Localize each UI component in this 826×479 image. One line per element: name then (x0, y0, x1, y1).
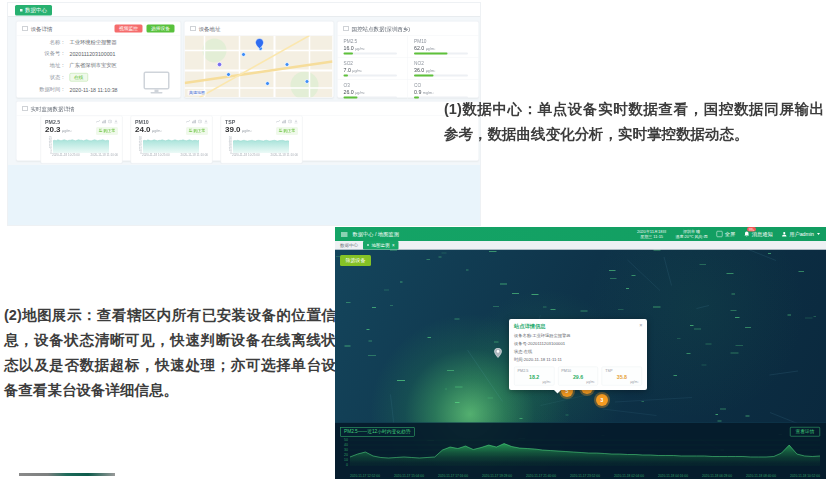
tab-strip: 数据中心 地图监测 × (335, 241, 826, 250)
trend-xtick: 2020-11-17 15:04:00 (394, 474, 424, 478)
card-yticks: 2520151050 (45, 136, 53, 153)
metric-name: NO2 (414, 61, 473, 67)
popup-stat: PM10 29.6 μg/m³ (558, 367, 598, 386)
popup-field: 设备号:2020111203100001 (514, 341, 642, 347)
card-x-end: 2020-11-18 11:10:00 (91, 154, 118, 157)
download-icon[interactable] (294, 120, 298, 124)
page-background-band (8, 165, 480, 225)
line-chart-icon[interactable] (186, 120, 190, 124)
download-icon[interactable] (114, 120, 118, 124)
stat-value: 35.8 (605, 374, 638, 380)
card-sparkline (143, 136, 199, 153)
card-sparkline (53, 136, 109, 153)
tab-close-icon[interactable]: × (392, 243, 395, 248)
realtime-card: TSP 39.0 μg/m³ 监测正常 50403020100 2020-11-… (221, 116, 303, 164)
bell-icon (744, 231, 750, 237)
card-title: PM10 (135, 119, 149, 125)
field-value: 广东省深圳市宝安区 (70, 61, 117, 68)
bar-chart-icon[interactable] (102, 120, 106, 124)
panel-title: 设备详情 (31, 25, 53, 33)
card-x-end: 2020-11-18 11:10:00 (271, 154, 298, 157)
field-value: 2020111203100001 (70, 50, 116, 56)
trend-xtick: 2020-11-17 19:28:00 (482, 474, 512, 478)
close-icon[interactable]: × (639, 322, 642, 328)
select-device-button[interactable]: 选择设备 (147, 25, 175, 33)
tab-dot-icon (367, 244, 369, 246)
stat-value: 29.6 (561, 374, 594, 380)
status-badge: 在线 (70, 73, 89, 82)
metric-bar (344, 97, 397, 99)
realtime-card: PM2.5 20.3 μg/m³ 监测正常 2520151050 2020-11… (41, 116, 123, 164)
panel-title: 设备地址 (199, 25, 221, 33)
popup-stats: PM2.5 18.2 μg/m³ PM10 29.6 μg/m³ TSP 35.… (514, 367, 642, 386)
device-field: 设备号： 2020111203100001 (17, 48, 181, 60)
trend-xtick: 2020-11-17 23:52:00 (570, 474, 600, 478)
trend-title: PM2.5——近12小时内变化趋势 (340, 427, 415, 437)
stat-name: TSP (605, 369, 638, 374)
card-value: 39.0 (225, 125, 241, 134)
metric-name: PM10 (414, 39, 473, 45)
field-value: 工业环境粉尘报警器 (70, 38, 117, 45)
clock-icon[interactable] (288, 120, 292, 124)
popup-stat: TSP 35.8 μg/m³ (602, 367, 642, 386)
tab-datacenter[interactable]: 数据中心 (15, 5, 52, 16)
tab-datacenter[interactable]: 数据中心 (340, 242, 358, 249)
panel-title: 实时监测数据详情 (31, 105, 75, 113)
field-label: 状态： (24, 74, 66, 81)
notifications-button[interactable]: 99+ 消息通知 (744, 231, 773, 238)
card-yticks: 50403020100 (225, 136, 233, 153)
clock-icon[interactable] (198, 120, 202, 124)
dark-map[interactable]: 筛选设备 5113 站点详情信息 × 设备名称:工业环境粉尘报警器设备号:202… (335, 249, 826, 479)
amap-logo: 高德地图 (188, 90, 207, 96)
filter-device-button[interactable]: 筛选设备 (340, 255, 371, 266)
popup-fields: 设备名称:工业环境粉尘报警器设备号:2020111203100001状态:在线时… (514, 332, 642, 363)
download-icon[interactable] (204, 120, 208, 124)
metric-value: 16.0 μg/m³ (344, 45, 402, 51)
breadcrumb: 数据中心 / 地图监测 (353, 231, 399, 238)
fullscreen-button[interactable]: 全屏 (717, 231, 736, 238)
top-tabbar (8, 3, 480, 17)
bar-chart-icon[interactable] (282, 120, 286, 124)
realtime-data-panel: 实时监测数据详情 PM2.5 20.3 μg/m³ 监测正常 252015105… (16, 101, 479, 161)
trend-ytick: 30 (337, 448, 348, 452)
trend-ytick: 50 (337, 438, 348, 442)
map-pin-icon[interactable] (494, 348, 502, 358)
card-sparkline (233, 136, 289, 153)
mini-map[interactable]: 高德地图 (185, 36, 334, 98)
card-yticks: 30252015100 (135, 136, 143, 153)
line-chart-icon[interactable] (96, 120, 100, 124)
trend-xtick: 2020-11-18 08:40:00 (746, 474, 776, 478)
field-label: 设备号： (24, 50, 66, 57)
metric-name: SO2 (344, 61, 402, 67)
video-monitor-button[interactable]: 视频监控 (115, 25, 143, 33)
user-menu[interactable]: 用户admin (782, 231, 820, 238)
metric-bar (344, 75, 397, 77)
view-detail-button[interactable]: 查看详情 (790, 427, 820, 437)
header-date: 2020年11月18日 星期三 11:15 (637, 229, 667, 239)
clock-icon[interactable] (108, 120, 112, 124)
device-field: 地址： 广东省深圳市宝安区 (17, 59, 181, 71)
bar-chart-icon[interactable] (192, 120, 196, 124)
tab-map-monitor[interactable]: 地图监测 × (363, 241, 399, 250)
metric-value: 36.0 μg/m³ (414, 67, 473, 73)
realtime-card: PM10 24.0 μg/m³ 监测正常 30252015100 2020-11… (131, 116, 213, 164)
card-title: PM2.5 (45, 119, 60, 125)
trend-xtick: 2020-11-17 21:40:00 (526, 474, 556, 478)
cluster-marker[interactable]: 3 (596, 394, 608, 406)
line-chart-icon[interactable] (276, 120, 280, 124)
stat-name: PM10 (561, 369, 594, 374)
stat-name: PM2.5 (518, 369, 551, 374)
station-popup: 站点详情信息 × 设备名称:工业环境粉尘报警器设备号:2020111203100… (509, 319, 647, 390)
trend-xtick: 2020-11-18 02:04:00 (614, 474, 644, 478)
popup-stat: PM2.5 18.2 μg/m³ (514, 367, 554, 386)
field-label: 地址： (24, 61, 66, 68)
national-metric: PM2.5 16.0 μg/m³ (338, 36, 409, 58)
datacenter-screenshot: 数据中心 设备详情 视频监控 选择设备 名称： 工业环境粉尘报警器 设备号： 2… (8, 3, 480, 225)
stat-unit: μg/m³ (518, 380, 551, 384)
trend-yticks: 50403020100 (337, 438, 348, 466)
trend-ytick: 40 (337, 443, 348, 447)
panel-title: 国控站点数据(深圳西乡) (352, 25, 411, 33)
metric-value: 26.0 μg/m³ (344, 89, 402, 95)
device-detail-panel: 设备详情 视频监控 选择设备 名称： 工业环境粉尘报警器 设备号： 202011… (16, 21, 181, 98)
hamburger-icon[interactable] (341, 232, 348, 237)
